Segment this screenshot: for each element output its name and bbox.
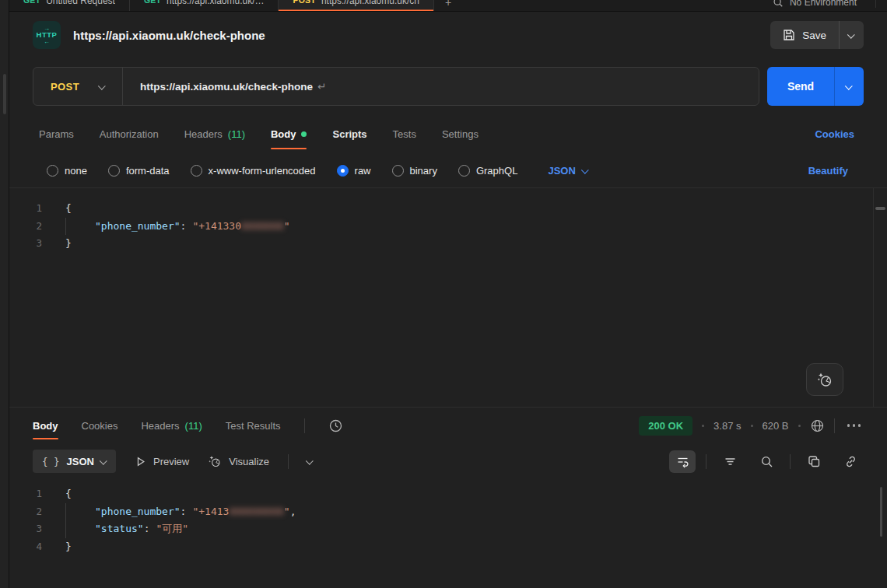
response-scrollbar-thumb[interactable] — [880, 487, 882, 537]
response-body-viewer[interactable]: 1 { 2 "phone_number":"+1413888888888", 3… — [9, 479, 887, 588]
editor-scrollbar-track[interactable] — [873, 188, 874, 407]
response-meta: 200 OK 3.87 s 620 B — [639, 416, 864, 436]
collapsed-left-sidebar[interactable] — [0, 0, 9, 588]
response-tab-body[interactable]: Body — [33, 408, 58, 443]
save-label: Save — [802, 30, 826, 41]
play-icon — [135, 456, 146, 467]
code-line: 2 "phone_number":"+1413888888888", — [9, 503, 887, 521]
request-body-editor[interactable]: 1 { 2 "phone_number":"+1413308888888" 3 … — [9, 187, 887, 408]
response-tab-headers[interactable]: Headers(11) — [141, 408, 202, 443]
mode-none[interactable]: none — [47, 165, 87, 177]
chevron-down-icon — [100, 457, 107, 464]
save-button[interactable]: Save — [770, 21, 839, 49]
line-number: 3 — [9, 235, 62, 253]
tab-settings[interactable]: Settings — [442, 114, 479, 153]
tab-method-badge: POST — [293, 0, 315, 6]
tab-headers[interactable]: Headers(11) — [184, 114, 245, 153]
send-options-caret[interactable] — [834, 67, 864, 106]
response-tools — [669, 450, 864, 473]
beautify-link[interactable]: Beautify — [808, 165, 848, 177]
radio-icon[interactable] — [458, 165, 470, 177]
mode-graphql[interactable]: GraphQL — [458, 165, 517, 177]
tab-body[interactable]: Body — [271, 114, 307, 153]
divider — [706, 454, 706, 469]
radio-icon[interactable] — [47, 165, 58, 177]
cookies-link[interactable]: Cookies — [815, 128, 854, 140]
dot-separator — [798, 425, 801, 427]
response-history-icon[interactable] — [328, 418, 343, 433]
tab-params[interactable]: Params — [39, 114, 74, 153]
dot-separator — [751, 425, 753, 427]
new-tab-button[interactable]: + — [434, 0, 462, 11]
chevron-down-icon — [581, 166, 589, 173]
code-line: 3 } — [9, 235, 887, 253]
response-toolbar: { } JSON Preview Visualize — [9, 443, 887, 479]
response-tab-test-results[interactable]: Test Results — [226, 408, 281, 443]
line-number: 1 — [9, 200, 62, 218]
radio-icon[interactable] — [108, 165, 120, 177]
code-line: 1 { — [9, 485, 887, 503]
mode-form-data[interactable]: form-data — [108, 165, 170, 177]
indent-guide — [65, 503, 66, 521]
radio-icon-selected[interactable] — [337, 165, 349, 177]
code-line: 3 "status":"可用" — [9, 520, 887, 538]
magic-ball-icon — [208, 454, 222, 468]
divider — [288, 454, 289, 469]
sidebar-drag-handle[interactable] — [3, 74, 6, 114]
dot-separator — [702, 425, 704, 427]
request-tab-3-active[interactable]: POST https://api.xiaomu.uk/ch — [279, 0, 433, 12]
radio-icon[interactable] — [191, 165, 202, 177]
tab-tests[interactable]: Tests — [393, 114, 416, 153]
request-tab-1[interactable]: GET Untitled Request — [9, 0, 130, 12]
save-options-caret[interactable] — [839, 21, 864, 49]
response-tab-cookies[interactable]: Cookies — [82, 408, 118, 443]
environment-label: No Environment — [790, 0, 857, 8]
tab-method-badge: GET — [23, 0, 40, 6]
braces-icon: { } — [42, 456, 60, 467]
tab-label: Untitled Request — [46, 0, 115, 6]
mode-binary[interactable]: binary — [392, 165, 437, 177]
tab-authorization[interactable]: Authorization — [100, 114, 159, 153]
request-tab-strip: GET Untitled Request GET https://api.xia… — [9, 0, 887, 12]
mode-x-www-form-urlencoded[interactable]: x-www-form-urlencoded — [191, 165, 316, 177]
word-wrap-button[interactable] — [669, 450, 696, 473]
editor-scrollbar-thumb[interactable] — [875, 207, 885, 210]
response-size: 620 B — [763, 420, 789, 432]
divider — [304, 418, 305, 433]
search-in-response-icon[interactable] — [753, 450, 780, 473]
body-mode-row: none form-data x-www-form-urlencoded raw… — [9, 153, 887, 187]
more-view-options-chevron[interactable] — [306, 457, 314, 464]
send-button[interactable]: Send — [767, 67, 834, 106]
method-dropdown[interactable]: POST — [33, 81, 122, 93]
globe-icon[interactable] — [810, 418, 825, 433]
mode-raw-selected[interactable]: raw — [337, 165, 371, 177]
body-modified-dot — [301, 131, 307, 137]
beautify-magic-button[interactable] — [806, 363, 843, 396]
redacted-phone-segment: 8888888 — [241, 220, 284, 232]
preview-button[interactable]: Preview — [135, 456, 189, 467]
response-format-dropdown[interactable]: { } JSON — [33, 450, 116, 473]
send-split-button: Send — [767, 67, 864, 106]
radio-icon[interactable] — [392, 165, 404, 177]
request-tab-2[interactable]: GET https://api.xiaomu.uk/… — [130, 0, 279, 12]
url-input[interactable]: https://api.xiaomu.uk/check-phone↵ — [123, 80, 759, 93]
raw-language-dropdown[interactable]: JSON — [548, 165, 587, 177]
tab-scripts[interactable]: Scripts — [332, 114, 366, 153]
link-icon[interactable] — [837, 450, 864, 473]
divider — [834, 418, 835, 433]
request-title: https://api.xiaomu.uk/check-phone — [73, 29, 265, 42]
search-icon[interactable] — [773, 0, 784, 8]
url-bar: POST https://api.xiaomu.uk/check-phone↵ … — [9, 58, 887, 114]
request-header: → HTTP ← https://api.xiaomu.uk/check-pho… — [9, 12, 887, 58]
url-box: POST https://api.xiaomu.uk/check-phone↵ — [33, 67, 759, 106]
more-options-icon[interactable] — [844, 421, 864, 430]
response-section-tabs: Body Cookies Headers(11) Test Results 20… — [9, 408, 887, 443]
environment-selector[interactable]: No Environment — [773, 0, 887, 11]
copy-icon[interactable] — [801, 450, 827, 473]
filter-icon[interactable] — [717, 450, 743, 473]
visualize-button[interactable]: Visualize — [208, 454, 269, 468]
tab-label: https://api.xiaomu.uk/ch — [321, 0, 419, 6]
status-badge[interactable]: 200 OK — [639, 416, 692, 436]
indent-guide — [65, 218, 66, 236]
line-number: 2 — [9, 218, 62, 236]
